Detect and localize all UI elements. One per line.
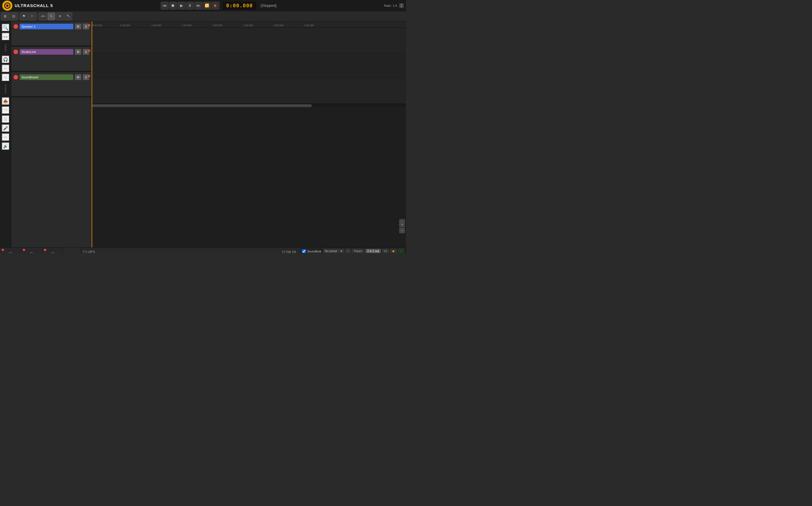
arrange-view: 0:00.000 0:30.000 1:00.000 1:30.000 2:00… <box>92 21 406 247</box>
zoom-in-btn[interactable]: + <box>399 222 405 227</box>
top-bar: ULTRASCHALL 5 ⏮ ⏹ ▶ ⏸ ⏭ 🔁 ⏺ 0:00.000 [St… <box>0 0 406 11</box>
plugin-ui-btn[interactable]: UI <box>382 249 389 253</box>
track-item-soundboard: Soundboard M S <box>11 72 91 97</box>
ruler-mark-150: 2:30.000 <box>243 24 253 27</box>
ruler-mark-180: 3:00.000 <box>273 24 284 27</box>
track-header-3: Soundboard M S <box>13 74 89 80</box>
track-name-speaker1[interactable]: Speaker 1 <box>20 24 73 29</box>
loop-btn[interactable]: 🔁 <box>203 2 211 10</box>
ruler-mark-120: 2:00.000 <box>212 24 222 27</box>
views-label: Views <box>4 44 7 52</box>
track-lane-2 <box>92 53 406 78</box>
grid-btn-1[interactable]: ⊞ <box>1 12 9 20</box>
track-item-studiolink: StudioLink M S <box>11 47 91 72</box>
pause-btn[interactable]: ⏸ <box>186 2 194 10</box>
headphones-icon-btn[interactable]: 🎧 <box>2 56 10 63</box>
lufs-display: ? LUFS <box>83 250 95 253</box>
rate-down-btn[interactable]: ▼ <box>399 6 404 8</box>
plugin-add-btn[interactable]: + <box>345 249 351 253</box>
cut-btn[interactable]: ✕ <box>56 12 64 20</box>
menu-icon-btn[interactable]: ☰ <box>2 115 10 123</box>
play-btn[interactable]: ▶ <box>177 2 186 10</box>
ruler-mark-30: 0:30.000 <box>120 24 130 27</box>
track-record-soundboard[interactable] <box>13 75 18 79</box>
mixer-area: center FX ⏻ Input 1 -inf -6 -18 -30 -42 … <box>0 248 80 253</box>
bookmark2-btn[interactable]: ⚐ <box>28 12 36 20</box>
logo-ring <box>4 3 10 9</box>
h-scrollbar-thumb[interactable] <box>92 104 312 107</box>
plugin-track-check[interactable] <box>302 249 306 253</box>
mixer-ch-soundboard: center FX ⏻ MIDI: All -inf -6 -18 -30 -4… <box>42 248 63 253</box>
timeline-ruler: 0:00.000 0:30.000 1:00.000 1:30.000 2:00… <box>92 21 406 28</box>
plugin-header: Soundboa No preset ▼ + Param 2 in 2 out … <box>300 248 406 253</box>
track-mute-soundboard[interactable]: M <box>75 74 81 80</box>
plugin-param-btn[interactable]: Param <box>352 249 364 253</box>
zoom-out-btn[interactable]: − <box>399 228 405 233</box>
track-header-1: Speaker 1 M S <box>13 24 89 29</box>
ch-arm-dot-2 <box>23 249 25 251</box>
plugin-panel: Soundboa No preset ▼ + Param 2 in 2 out … <box>300 248 406 253</box>
transport-controls: ⏮ ⏹ ▶ ⏸ ⏭ 🔁 ⏺ 0:00.000 [Stopped] <box>161 1 276 10</box>
app-title: ULTRASCHALL 5 <box>15 3 53 8</box>
toolbar: ⊞ ⊟ ⚑ ⚐ ⊣⊢ ↖ ✕ ⛏ <box>0 11 406 21</box>
ruler-mark-210: 3:30.000 <box>304 24 314 27</box>
export-icon-btn[interactable]: 📤 <box>2 97 10 105</box>
ch-pan-knob-2[interactable] <box>27 252 36 253</box>
plugin-preset-dropdown[interactable]: No preset ▼ <box>323 249 344 253</box>
list-icon-btn[interactable]: ≡ <box>2 74 10 81</box>
rate-stepper[interactable]: ▲ ▼ <box>399 3 404 8</box>
zoom-icon-btn[interactable]: 🔍 <box>2 24 10 31</box>
rate-up-btn[interactable]: ▲ <box>399 3 404 6</box>
playhead <box>92 21 92 247</box>
soundcheck-time: 12:04:18 <box>281 250 298 253</box>
speaker-icon-btn[interactable]: 🔊 <box>2 142 10 150</box>
ch-pan-knob-3[interactable] <box>49 252 57 253</box>
record-arm-icon-btn[interactable]: ●● <box>2 33 10 40</box>
export-label: Export <box>4 85 7 94</box>
waveform-icon-btn[interactable]: 〜 <box>2 106 10 114</box>
plugin-status-btn[interactable]: ⏺ <box>390 249 397 253</box>
ruler-mark-90: 1:30.000 <box>181 24 192 27</box>
bookmark-btn[interactable]: ⚑ <box>20 12 28 20</box>
ruler-mark-0: 0:00.000 <box>92 24 102 27</box>
grid-btn-2[interactable]: ⊟ <box>10 12 17 20</box>
track-item-speaker1: Speaker 1 M S <box>11 21 91 47</box>
transport-status: [Stopped] <box>261 3 277 8</box>
track-vol-dot-1 <box>88 24 90 26</box>
sidebar: 🔍 ●● Views 🎧 ✂ ≡ Export 📤 〜 ☰ 🎤 ✂ 🔊 <box>0 21 11 247</box>
track-lane-1 <box>92 28 406 53</box>
track-resize-3[interactable] <box>11 96 91 97</box>
track-record-studiolink[interactable] <box>13 50 18 54</box>
select-btn[interactable]: ↖ <box>47 12 55 20</box>
forward-btn[interactable]: ⏭ <box>195 2 203 10</box>
plugin-2in2out-btn[interactable]: 2 in 2 out <box>365 249 381 253</box>
ch-arm-dot-3 <box>44 249 46 251</box>
scissors-icon-btn[interactable]: ✂ <box>2 65 10 72</box>
mic-icon-btn[interactable]: 🎤 <box>2 124 10 132</box>
rate-value: 1.0 <box>393 4 397 7</box>
tool-btn[interactable]: ⛏ <box>64 12 72 20</box>
track-mute-speaker1[interactable]: M <box>75 24 81 29</box>
stop-btn[interactable]: ⏹ <box>169 2 177 10</box>
record-btn[interactable]: ⏺ <box>212 2 219 10</box>
track-lane-3 <box>92 78 406 104</box>
toolbar-sep-2 <box>38 13 38 20</box>
app-logo <box>2 1 12 11</box>
bottom-section: center FX ⏻ Input 1 -inf -6 -18 -30 -42 … <box>0 247 406 253</box>
track-resize-2[interactable] <box>11 71 91 72</box>
rate-display: Rate: 1.0 ▲ ▼ <box>384 3 404 8</box>
track-record-speaker1[interactable] <box>13 24 18 29</box>
plugin-ok-btn[interactable]: ✓ <box>398 249 404 253</box>
split-btn[interactable]: ⊣⊢ <box>39 12 47 20</box>
track-vol-dot-2 <box>88 50 90 52</box>
track-name-soundboard[interactable]: Soundboard <box>20 74 73 80</box>
main-layout: 🔍 ●● Views 🎧 ✂ ≡ Export 📤 〜 ☰ 🎤 ✂ 🔊 Spea… <box>0 21 406 247</box>
track-resize-1[interactable] <box>11 46 91 47</box>
track-mute-studiolink[interactable]: M <box>75 49 81 55</box>
rate-label: Rate: <box>384 4 391 7</box>
scissors2-icon-btn[interactable]: ✂ <box>2 133 10 141</box>
track-name-studiolink[interactable]: StudioLink <box>20 49 73 55</box>
h-scrollbar[interactable] <box>92 104 406 107</box>
ch-pan-knob-1[interactable] <box>6 252 15 253</box>
rewind-btn[interactable]: ⏮ <box>161 2 169 10</box>
